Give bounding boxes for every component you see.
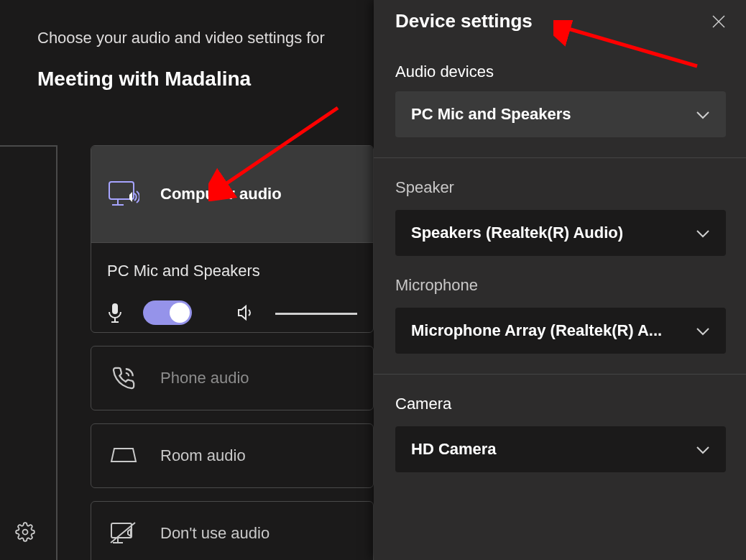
option-no-audio[interactable]: Don't use audio [91, 501, 374, 560]
option-label: Room audio [160, 446, 246, 465]
option-phone-audio[interactable]: Phone audio [91, 346, 374, 410]
microphone-dropdown[interactable]: Microphone Array (Realtek(R) A... [395, 308, 726, 354]
option-computer-audio-button[interactable]: Computer audio [91, 146, 373, 242]
device-settings-panel: Device settings Audio devices PC Mic and… [374, 0, 746, 560]
speaker-dropdown[interactable]: Speakers (Realtek(R) Audio) [395, 210, 726, 256]
computer-audio-icon [107, 180, 140, 208]
dropdown-value: HD Camera [411, 440, 497, 459]
room-icon [107, 446, 140, 466]
chevron-down-icon [696, 321, 710, 340]
mic-volume-controls [91, 288, 373, 332]
svg-rect-4 [112, 303, 118, 314]
speaker-icon [236, 303, 255, 322]
speaker-mic-section: Speaker Speakers (Realtek(R) Audio) Micr… [374, 157, 746, 368]
volume-slider[interactable] [275, 313, 357, 315]
dropdown-value: PC Mic and Speakers [411, 105, 571, 124]
audio-devices-dropdown[interactable]: PC Mic and Speakers [395, 91, 726, 137]
close-icon[interactable] [709, 12, 729, 32]
dropdown-value: Microphone Array (Realtek(R) A... [411, 321, 662, 340]
chevron-down-icon [696, 440, 710, 459]
chevron-down-icon [696, 224, 710, 242]
option-label: Computer audio [160, 185, 282, 203]
svg-point-0 [23, 530, 28, 535]
camera-dropdown[interactable]: HD Camera [395, 426, 726, 472]
speaker-label: Speaker [395, 178, 726, 197]
chevron-down-icon [696, 105, 710, 124]
microphone-label: Microphone [395, 276, 726, 295]
audio-options-list: Computer audio PC Mic and Speakers [91, 145, 374, 560]
dropdown-value: Speakers (Realtek(R) Audio) [411, 224, 623, 242]
mic-toggle[interactable] [143, 300, 192, 325]
phone-icon [107, 366, 140, 390]
audio-devices-label: Audio devices [395, 63, 726, 81]
prejoin-area: Choose your audio and video settings for… [0, 0, 374, 560]
option-room-audio[interactable]: Room audio [91, 423, 374, 488]
selected-device-summary: PC Mic and Speakers [91, 242, 373, 288]
option-label: Don't use audio [160, 524, 270, 543]
no-audio-icon [107, 521, 140, 546]
mic-icon [107, 303, 123, 323]
prejoin-subtitle: Choose your audio and video settings for [0, 29, 374, 47]
camera-label: Camera [395, 395, 726, 413]
panel-title: Device settings [395, 10, 533, 32]
camera-section: Camera HD Camera [374, 374, 746, 487]
gear-icon[interactable] [14, 521, 36, 543]
option-computer-audio: Computer audio PC Mic and Speakers [91, 145, 374, 333]
meeting-title: Meeting with Madalina [0, 47, 374, 91]
option-label: Phone audio [160, 369, 249, 387]
audio-section: Audio devices PC Mic and Speakers [374, 35, 746, 152]
left-rail [0, 145, 57, 560]
